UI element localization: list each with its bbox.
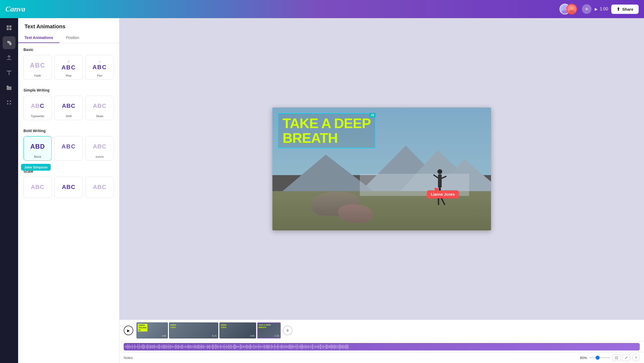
canva-logo: Canva	[5, 5, 25, 13]
wave-bar	[341, 345, 342, 348]
sidebar-item-folder[interactable]	[3, 81, 15, 94]
wave-bar	[207, 345, 208, 349]
wave-bar	[236, 345, 236, 348]
panel-tabs: Text Animations Position	[18, 33, 119, 43]
wave-bar	[127, 344, 128, 349]
wave-bar	[135, 345, 136, 348]
wave-bar	[198, 345, 198, 349]
anim-card-fade[interactable]: ABC Fade	[23, 55, 52, 80]
wave-bar	[226, 345, 227, 349]
anim-card-shift[interactable]: ABC Shift	[54, 96, 83, 120]
wave-bar	[287, 346, 288, 348]
notes-label[interactable]: Notes	[124, 356, 133, 360]
main-layout: Text Animations Text Animations Position…	[0, 18, 644, 363]
wave-bar	[186, 346, 187, 348]
animation-grid-scale: ABC ABC ABC	[23, 177, 114, 198]
anim-card-scale3[interactable]: ABC	[86, 177, 114, 198]
wave-bar	[197, 345, 197, 348]
wave-bar	[341, 345, 341, 349]
anim-card-pan[interactable]: → ABC Pan	[86, 55, 114, 80]
wave-bar	[225, 346, 225, 347]
zoom-slider[interactable]	[589, 357, 610, 358]
timeline-clip-2[interactable]: DAWNYOGA 6.2s	[169, 322, 218, 338]
panel-header: Text Animations	[18, 18, 119, 33]
anim-text-pan: ABC	[92, 64, 107, 70]
wave-bar	[241, 345, 242, 348]
wave-bar	[310, 345, 311, 349]
anim-label-pan: Pan	[97, 74, 102, 77]
wave-bar	[328, 346, 328, 348]
anim-card-scale2[interactable]: ABC	[54, 177, 83, 198]
add-clip-button[interactable]: +	[283, 326, 292, 335]
sidebar-item-elements[interactable]	[3, 36, 15, 49]
view-fit-button[interactable]: ⊡	[613, 354, 621, 361]
wave-bar	[209, 345, 209, 348]
wave-bar	[169, 346, 169, 348]
timeline-clip-3[interactable]: DAWNYOGA 3.8s	[219, 322, 256, 338]
wave-bar	[146, 345, 147, 348]
wave-bar	[240, 344, 240, 349]
wave-bar	[333, 345, 333, 348]
wave-bar	[337, 346, 337, 348]
play-button-timeline[interactable]: ▶	[124, 326, 133, 335]
wave-bar	[260, 345, 260, 348]
anim-card-bounce[interactable]: ABC ounce	[86, 136, 114, 161]
wave-bar	[273, 346, 274, 348]
svg-line-27	[441, 198, 445, 204]
svg-point-14	[7, 103, 9, 105]
wave-bar	[300, 345, 300, 349]
tab-text-animations[interactable]: Text Animations	[18, 33, 59, 43]
help-button[interactable]: ?	[632, 354, 640, 361]
sidebar-icons	[0, 18, 18, 363]
add-collaborator-button[interactable]: +	[582, 4, 591, 14]
animations-panel: Text Animations Text Animations Position…	[18, 18, 119, 363]
wave-bar	[295, 346, 296, 347]
clip-4-duration: 2.2s	[275, 334, 279, 337]
anim-card-stomp[interactable]: ABC	[54, 136, 83, 161]
sidebar-item-grid[interactable]	[3, 21, 15, 34]
timeline-clip-4[interactable]: TAKE A DEEPBREATH 2.2s	[257, 322, 281, 338]
anim-label-rise: Rise	[66, 74, 71, 77]
sidebar-item-upload[interactable]	[3, 51, 15, 64]
anim-card-typewriter[interactable]: ABC Typewriter	[23, 96, 52, 120]
sidebar-item-apps[interactable]	[3, 96, 15, 109]
avatar-user2[interactable]	[566, 4, 577, 14]
wave-bar	[130, 345, 130, 348]
wave-bar	[261, 346, 261, 348]
anim-text-scale3: ABC	[93, 184, 106, 191]
wave-bar	[303, 345, 304, 348]
wave-bar	[215, 344, 216, 349]
wave-bar	[268, 345, 268, 349]
anim-card-block[interactable]: ABD Block Jake Simpson	[23, 136, 52, 161]
wave-bar	[126, 346, 126, 348]
wave-bar	[277, 345, 277, 348]
play-icon-header[interactable]: ▶	[595, 7, 598, 11]
text-overlay-box[interactable]: JS TAKE A DEEP BREATH	[278, 113, 376, 148]
wave-bar	[292, 344, 292, 349]
view-expand-button[interactable]: ⤢	[622, 354, 630, 361]
sidebar-item-text[interactable]	[3, 66, 15, 79]
wave-bar	[227, 346, 228, 348]
wave-bar	[238, 346, 238, 348]
anim-card-skate[interactable]: ABC Skate	[86, 96, 114, 120]
anim-label-skate: Skate	[96, 115, 103, 118]
wave-bar	[289, 345, 290, 349]
share-button[interactable]: ⬆ Share	[611, 5, 639, 14]
wave-bar	[162, 345, 162, 349]
wave-bar	[253, 346, 253, 347]
audio-track[interactable]	[124, 343, 640, 350]
wave-bar	[267, 345, 268, 348]
wave-bar	[150, 345, 150, 349]
wave-bar	[308, 345, 308, 348]
wave-bar	[252, 346, 252, 348]
tab-position[interactable]: Position	[59, 33, 86, 43]
wave-bar	[230, 346, 230, 348]
anim-card-scale1[interactable]: ABC	[23, 177, 52, 198]
anim-card-rise[interactable]: ↑ ABC Rise	[54, 55, 83, 80]
wave-bar	[195, 345, 196, 349]
timeline-clip-1[interactable]: SANTASOLANANI 3.8s	[136, 322, 168, 338]
wave-bar	[301, 345, 301, 348]
wave-bar	[309, 345, 309, 348]
anim-preview-pan: → ABC	[88, 58, 111, 72]
wave-bar	[224, 344, 224, 349]
